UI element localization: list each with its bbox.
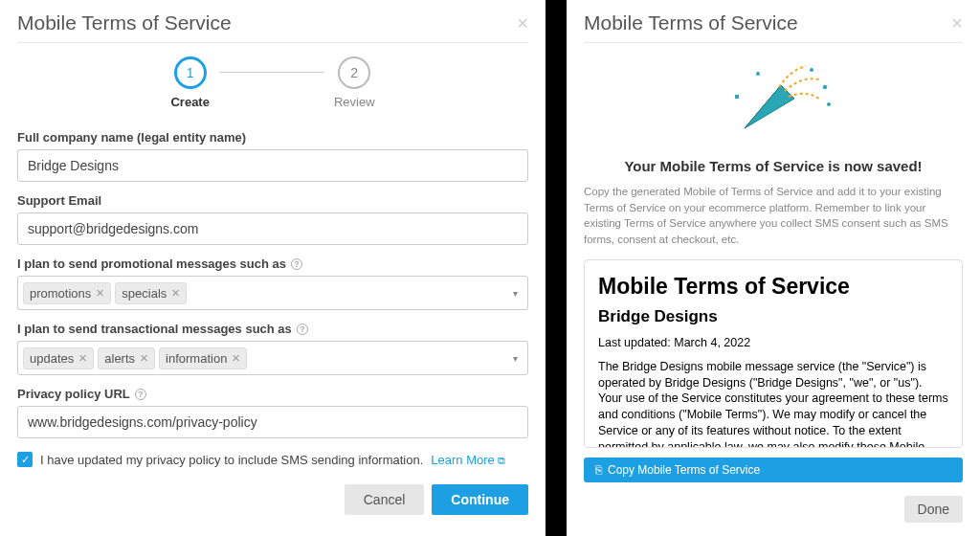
trans-messages-select[interactable]: updates✕ alerts✕ information✕ ▾ xyxy=(17,341,528,375)
svg-rect-2 xyxy=(822,84,827,89)
doc-company: Bridge Designs xyxy=(598,307,948,326)
tag-updates: updates✕ xyxy=(23,347,94,369)
tag-promotions: promotions✕ xyxy=(23,282,111,304)
svg-rect-4 xyxy=(735,95,739,99)
modal-title: Mobile Terms of Service xyxy=(17,11,232,34)
saved-heading: Your Mobile Terms of Service is now save… xyxy=(584,158,963,174)
tag-alerts: alerts✕ xyxy=(98,347,155,369)
step-1-circle: 1 xyxy=(174,56,207,89)
privacy-url-input[interactable] xyxy=(17,406,528,438)
svg-point-1 xyxy=(810,68,813,72)
chevron-down-icon[interactable]: ▾ xyxy=(513,353,518,364)
company-name-label: Full company name (legal entity name) xyxy=(17,130,528,145)
cancel-button[interactable]: Cancel xyxy=(345,484,425,515)
panel-divider xyxy=(546,0,567,536)
privacy-url-label: Privacy policy URL ? xyxy=(17,387,528,401)
step-2-circle: 2 xyxy=(338,56,370,89)
help-icon[interactable]: ? xyxy=(291,258,302,270)
tag-specials: specials✕ xyxy=(115,282,187,304)
stepper: 1 Create 2 Review xyxy=(17,43,528,119)
party-popper-icon xyxy=(706,56,840,143)
privacy-updated-checkbox[interactable]: ✓ xyxy=(17,452,33,467)
remove-tag-icon[interactable]: ✕ xyxy=(96,287,104,300)
step-1-label: Create xyxy=(170,95,209,109)
copy-icon: ⎘ xyxy=(595,463,602,477)
company-name-input[interactable] xyxy=(17,149,528,182)
modal-header: Mobile Terms of Service × xyxy=(17,11,528,43)
continue-button[interactable]: Continue xyxy=(432,484,528,515)
support-email-input[interactable] xyxy=(17,212,528,245)
tag-information: information✕ xyxy=(159,347,247,369)
modal-footer: Cancel Continue xyxy=(17,484,528,515)
modal-footer: Done xyxy=(584,496,963,523)
create-modal: Mobile Terms of Service × 1 Create 2 Rev… xyxy=(0,0,546,536)
step-review[interactable]: 2 Review xyxy=(334,56,375,109)
svg-marker-0 xyxy=(745,85,794,128)
saved-description: Copy the generated Mobile of Terms of Se… xyxy=(584,184,963,248)
doc-title: Mobile Terms of Service xyxy=(598,274,948,300)
trans-messages-label: I plan to send transactional messages su… xyxy=(17,322,528,336)
step-2-label: Review xyxy=(334,95,375,109)
generated-terms-box[interactable]: Mobile Terms of Service Bridge Designs L… xyxy=(584,259,963,448)
help-icon[interactable]: ? xyxy=(297,324,308,335)
chevron-down-icon[interactable]: ▾ xyxy=(513,288,518,299)
remove-tag-icon[interactable]: ✕ xyxy=(140,352,148,365)
external-link-icon: ⧉ xyxy=(498,455,505,466)
support-email-label: Support Email xyxy=(17,193,528,208)
checkbox-label: I have updated my privacy policy to incl… xyxy=(40,453,423,467)
learn-more-link[interactable]: Learn More ⧉ xyxy=(431,453,505,467)
svg-point-5 xyxy=(827,102,831,106)
saved-modal: Mobile Terms of Service × Your Mobile Te… xyxy=(567,0,980,536)
step-create[interactable]: 1 Create xyxy=(170,56,209,109)
remove-tag-icon[interactable]: ✕ xyxy=(171,287,180,300)
doc-last-updated: Last updated: March 4, 2022 xyxy=(598,336,948,349)
modal-title: Mobile Terms of Service xyxy=(584,11,798,34)
step-connector xyxy=(219,72,324,73)
done-button[interactable]: Done xyxy=(904,496,963,523)
remove-tag-icon[interactable]: ✕ xyxy=(232,352,240,365)
privacy-updated-checkbox-row: ✓ I have updated my privacy policy to in… xyxy=(17,452,528,467)
remove-tag-icon[interactable]: ✕ xyxy=(78,352,87,365)
help-icon[interactable]: ? xyxy=(135,389,146,400)
modal-header: Mobile Terms of Service × xyxy=(584,11,963,43)
close-icon[interactable]: × xyxy=(517,12,528,34)
confetti-illustration xyxy=(584,43,963,152)
promo-messages-select[interactable]: promotions✕ specials✕ ▾ xyxy=(17,276,528,310)
promo-messages-label: I plan to send promotional messages such… xyxy=(17,257,528,271)
close-icon[interactable]: × xyxy=(951,12,963,34)
doc-body: The Bridge Designs mobile message servic… xyxy=(598,359,948,448)
svg-point-3 xyxy=(756,72,760,76)
copy-terms-button[interactable]: ⎘ Copy Mobile Terms of Service xyxy=(584,458,963,482)
